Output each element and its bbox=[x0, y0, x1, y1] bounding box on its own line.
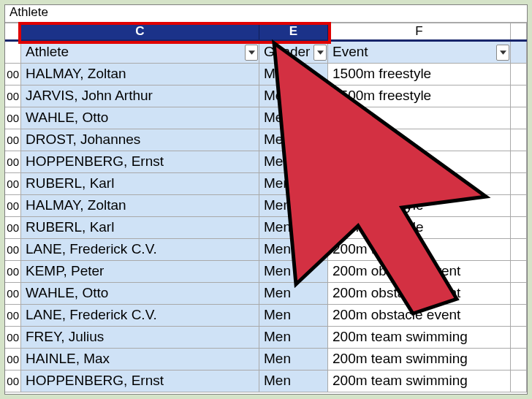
chevron-down-icon bbox=[248, 50, 255, 55]
cell-athlete[interactable]: FREY, Julius bbox=[21, 327, 259, 349]
chevron-down-icon bbox=[317, 50, 324, 55]
cell-athlete[interactable]: WAHLE, Otto bbox=[21, 107, 259, 129]
row-header[interactable]: 00 bbox=[5, 305, 21, 327]
cell-event[interactable]: 200m team swimming bbox=[328, 327, 511, 349]
cell-gender[interactable]: Men bbox=[259, 129, 328, 151]
row-header[interactable]: 00 bbox=[5, 195, 21, 217]
row-header[interactable]: 00 bbox=[5, 349, 21, 370]
cell-event[interactable]: 1500m freestyle bbox=[328, 64, 511, 86]
cell-next[interactable] bbox=[511, 129, 527, 151]
column-header-f[interactable]: F bbox=[328, 23, 511, 39]
cell-next[interactable] bbox=[511, 261, 527, 283]
table-row: HOPPENBERG, ErnstMenbackstroke bbox=[21, 151, 527, 173]
cell-athlete[interactable]: RUBERL, Karl bbox=[21, 217, 259, 239]
table-row: HALMAY, ZoltanMen200m freestyle bbox=[21, 195, 527, 217]
cell-event[interactable]: 200m team swimming bbox=[328, 349, 511, 370]
cell-next[interactable] bbox=[511, 370, 527, 392]
header-label: Event bbox=[332, 44, 368, 60]
cell-event[interactable]: backstroke bbox=[328, 151, 511, 173]
row-header[interactable]: 00 bbox=[5, 86, 21, 107]
cell-gender[interactable]: Men bbox=[259, 195, 328, 217]
row-header[interactable]: 00 bbox=[5, 239, 21, 261]
table-row: RUBERL, KarlMen200m freestyle bbox=[21, 217, 527, 239]
cell-event[interactable]: backstroke bbox=[328, 173, 511, 195]
cell-event[interactable]: 200m freestyle bbox=[328, 195, 511, 217]
cell-event[interactable] bbox=[328, 107, 511, 129]
column-header-g[interactable] bbox=[511, 23, 527, 39]
cell-next[interactable] bbox=[511, 173, 527, 195]
cell-athlete[interactable]: HAINLE, Max bbox=[21, 349, 259, 370]
cell-athlete[interactable]: HALMAY, Zoltan bbox=[21, 195, 259, 217]
cell-next[interactable] bbox=[511, 239, 527, 261]
cell-athlete[interactable]: RUBERL, Karl bbox=[21, 173, 259, 195]
cell-event[interactable]: 1500m freestyle bbox=[328, 86, 511, 107]
cell-event[interactable]: 200m freestyle bbox=[328, 239, 511, 261]
cell-next[interactable] bbox=[511, 195, 527, 217]
cell-athlete[interactable]: LANE, Frederick C.V. bbox=[21, 305, 259, 327]
row-header[interactable]: 00 bbox=[5, 173, 21, 195]
table-row: DROST, JohannesMen bbox=[21, 129, 527, 151]
cell-event[interactable]: 200m obstacle event bbox=[328, 283, 511, 305]
cell-next[interactable] bbox=[511, 107, 527, 129]
row-header[interactable]: 00 bbox=[5, 64, 21, 86]
header-cell-athlete[interactable]: Athlete bbox=[21, 42, 259, 64]
column-header-c[interactable]: C bbox=[21, 23, 259, 39]
row-header[interactable]: 00 bbox=[5, 327, 21, 349]
header-cell-next[interactable] bbox=[511, 42, 527, 64]
header-cell-gender[interactable]: Gender bbox=[259, 42, 328, 64]
cell-gender[interactable]: Men bbox=[259, 86, 328, 107]
cell-event[interactable]: 200m freestyle bbox=[328, 217, 511, 239]
table-row: HAINLE, MaxMen200m team swimming bbox=[21, 349, 527, 370]
header-cell-event[interactable]: Event bbox=[328, 42, 511, 64]
cell-next[interactable] bbox=[511, 305, 527, 327]
row-header[interactable]: 00 bbox=[5, 217, 21, 239]
cell-athlete[interactable]: HALMAY, Zoltan bbox=[21, 64, 259, 86]
table-row: FREY, JuliusMen200m team swimming bbox=[21, 327, 527, 349]
cell-athlete[interactable]: DROST, Johannes bbox=[21, 129, 259, 151]
cell-event[interactable]: 200m obstacle event bbox=[328, 261, 511, 283]
cell-next[interactable] bbox=[511, 217, 527, 239]
cell-next[interactable] bbox=[511, 327, 527, 349]
cell-gender[interactable]: Men bbox=[259, 64, 328, 86]
cell-gender[interactable]: Men bbox=[259, 349, 328, 370]
cell-gender[interactable]: Men bbox=[259, 370, 328, 392]
cell-event[interactable] bbox=[328, 129, 511, 151]
cell-athlete[interactable]: WAHLE, Otto bbox=[21, 283, 259, 305]
cell-gender[interactable]: Men bbox=[259, 107, 328, 129]
row-header[interactable]: 00 bbox=[5, 261, 21, 283]
filter-button[interactable] bbox=[314, 45, 327, 61]
table-row: HOPPENBERG, ErnstMen200m team swimming bbox=[21, 370, 527, 392]
name-box-row: Athlete bbox=[5, 5, 527, 23]
row-header[interactable]: 00 bbox=[5, 370, 21, 392]
cell-gender[interactable]: Men bbox=[259, 305, 328, 327]
name-box[interactable]: Athlete bbox=[5, 5, 527, 22]
cell-gender[interactable]: Men bbox=[259, 151, 328, 173]
cell-next[interactable] bbox=[511, 64, 527, 86]
select-all-corner[interactable] bbox=[5, 23, 21, 39]
row-header[interactable]: 00 bbox=[5, 107, 21, 129]
cell-gender[interactable]: Men bbox=[259, 261, 328, 283]
filter-button[interactable] bbox=[245, 45, 258, 61]
cell-next[interactable] bbox=[511, 151, 527, 173]
cell-athlete[interactable]: LANE, Frederick C.V. bbox=[21, 239, 259, 261]
cell-gender[interactable]: Men bbox=[259, 239, 328, 261]
cell-next[interactable] bbox=[511, 86, 527, 107]
row-header[interactable]: 00 bbox=[5, 151, 21, 173]
row-header[interactable]: 00 bbox=[5, 129, 21, 151]
row-header[interactable] bbox=[5, 42, 21, 64]
cell-athlete[interactable]: KEMP, Peter bbox=[21, 261, 259, 283]
cell-gender[interactable]: Men bbox=[259, 173, 328, 195]
cell-gender[interactable]: Men bbox=[259, 283, 328, 305]
cell-gender[interactable]: Men bbox=[259, 327, 328, 349]
cell-event[interactable]: 200m obstacle event bbox=[328, 305, 511, 327]
cell-athlete[interactable]: JARVIS, John Arthur bbox=[21, 86, 259, 107]
cell-next[interactable] bbox=[511, 283, 527, 305]
cell-athlete[interactable]: HOPPENBERG, Ernst bbox=[21, 370, 259, 392]
filter-button[interactable] bbox=[496, 45, 509, 61]
cell-event[interactable]: 200m team swimming bbox=[328, 370, 511, 392]
cell-athlete[interactable]: HOPPENBERG, Ernst bbox=[21, 151, 259, 173]
cell-next[interactable] bbox=[511, 349, 527, 370]
cell-gender[interactable]: Men bbox=[259, 217, 328, 239]
row-header[interactable]: 00 bbox=[5, 283, 21, 305]
column-header-e[interactable]: E bbox=[259, 23, 328, 39]
